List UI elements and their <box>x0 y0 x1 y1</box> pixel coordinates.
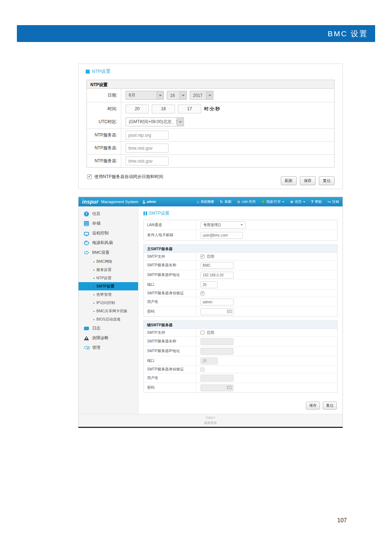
smtp-auth-checkbox[interactable] <box>200 368 204 372</box>
sender-email-label: 发件人电子邮箱 <box>144 230 196 240</box>
chevron-down-icon <box>206 91 213 99</box>
logout-icon: ↪ <box>327 200 331 204</box>
smtp-server-ip-input[interactable] <box>200 348 233 355</box>
sidebar-subitem-alert-management[interactable]: • 告警管理 <box>79 290 138 299</box>
ntp-server-row: NTP服务器: <box>87 129 334 141</box>
smtp-support-label: SMTP支持 <box>144 329 196 336</box>
sidebar-subitem-bmc-shared-nic-switch[interactable]: • BMC共享网卡切换 <box>79 307 138 315</box>
chevron-down-icon <box>177 118 184 126</box>
ntp-panel-title-text: NTP设置 <box>92 68 110 75</box>
ntp-time-row: 时间: 时:分:秒 <box>87 102 334 115</box>
app-footer: ©2017 版权所有 <box>79 414 343 427</box>
sidebar-item-management[interactable]: 管理 <box>79 343 138 352</box>
time-format-hint: 时:分:秒 <box>204 106 220 112</box>
sidebar-subitem-bios-boot-options[interactable]: • BIOS启动选项 <box>79 315 138 323</box>
virtual-keyboard-icon[interactable] <box>227 310 232 313</box>
smtp-server-name-input[interactable] <box>200 262 233 269</box>
ntp-server3-input[interactable] <box>126 157 169 165</box>
nav-power-status[interactable]: ✓ 电源:打开 <box>261 200 284 204</box>
smtp-enable-checkbox[interactable] <box>200 331 204 335</box>
save-button[interactable]: 保存 <box>300 176 316 185</box>
day-select[interactable]: 16 <box>167 91 187 100</box>
bullet-icon: • <box>93 309 95 313</box>
reset-button[interactable]: 复位 <box>319 176 335 185</box>
uid-status-icon <box>237 200 240 204</box>
sidebar-subitem-ip-access-control[interactable]: • IP访问控制 <box>79 299 138 307</box>
hour-input[interactable] <box>126 104 149 113</box>
refresh-icon: ↻ <box>220 200 223 204</box>
ntp-table-header: NTP设置 <box>87 80 334 89</box>
sidebar-item-fault-diagnosis[interactable]: 故障诊断 <box>79 333 138 343</box>
nav-refresh[interactable]: ↻ 刷新 <box>220 200 231 204</box>
product-name: Management System <box>101 200 138 204</box>
minute-input[interactable] <box>152 104 175 113</box>
sidebar-item-remote-control[interactable]: 远程控制 <box>79 228 138 238</box>
smtp-port-input[interactable] <box>200 358 218 364</box>
chevron-down-icon <box>241 224 243 227</box>
nav-language[interactable]: ⊕ 语言 <box>290 200 305 204</box>
smtp-username-input[interactable] <box>200 375 233 382</box>
reset-button[interactable]: 复位 <box>323 402 337 410</box>
warning-triangle-icon <box>84 336 89 340</box>
lan-channel-select[interactable]: 专用管理口 <box>200 221 246 229</box>
language-globe-icon: ⊕ <box>290 200 293 204</box>
page-number: 107 <box>337 517 347 524</box>
smtp-server-ip-label: SMTP服务器IP地址 <box>144 270 196 280</box>
smtp-auth-checkbox[interactable] <box>200 291 204 295</box>
ntp-server2-label: NTP服务器: <box>87 142 121 154</box>
smtp-server-ip-label: SMTP服务器IP地址 <box>144 346 196 356</box>
chevron-down-icon <box>282 201 284 204</box>
gears-icon <box>84 346 89 349</box>
smtp-username-input[interactable] <box>200 299 233 305</box>
ntp-utc-row: UTC时区: (GMT时间+08:00)北京、重庆 <box>87 115 334 129</box>
auto-sync-label: 使用NTP服务器自动同步日期和时间 <box>94 174 163 180</box>
month-select[interactable]: 6月 <box>126 91 164 100</box>
smtp-server-name-label: SMTP服务器名称 <box>144 261 196 270</box>
smtp-enable-checkbox[interactable] <box>200 255 204 258</box>
nav-logout[interactable]: ↪ 注销 <box>327 200 339 204</box>
bullet-icon: • <box>93 260 95 264</box>
date-label: 日期: <box>87 89 121 102</box>
sidebar-item-bmc-settings[interactable]: BMC设置 <box>79 248 138 257</box>
power-status-icon: ✓ <box>261 200 265 204</box>
bmc-webui-screenshot: inspur Management System admin ⌂ 系统概要 ↻ … <box>78 197 343 428</box>
sidebar-subitem-ntp-settings[interactable]: • NTP设置 <box>79 274 138 282</box>
primary-smtp-section-header: 主SMTP服务器 <box>144 245 337 253</box>
virtual-keyboard-icon[interactable] <box>227 386 232 389</box>
ntp-server1-input[interactable] <box>126 131 169 140</box>
smtp-server-ip-input[interactable] <box>200 272 233 279</box>
utc-zone-select[interactable]: (GMT时间+08:00)北京、重庆 <box>126 117 184 126</box>
bullet-icon: • <box>93 293 95 297</box>
smtp-support-label: SMTP支持 <box>144 253 196 260</box>
nav-system-overview[interactable]: ⌂ 系统概要 <box>197 200 214 204</box>
sidebar-item-info[interactable]: 信息 <box>79 209 138 219</box>
info-icon <box>84 211 89 216</box>
ntp-settings-panel: NTP设置 NTP设置 日期: 6月 16 2017 时间 <box>78 64 343 189</box>
sidebar-subitem-service-settings[interactable]: • 服务设置 <box>79 266 138 274</box>
ntp-date-row: 日期: 6月 16 2017 <box>87 89 334 102</box>
bullet-icon: • <box>93 268 95 272</box>
sidebar-subitem-bmc-network[interactable]: • BMC网络 <box>79 257 138 266</box>
smtp-server-name-input[interactable] <box>200 338 233 345</box>
ntp-form-table: NTP设置 日期: 6月 16 2017 时间: <box>86 80 335 168</box>
sidebar-subitem-smtp-settings[interactable]: • SMTP设置 <box>79 282 138 290</box>
smtp-auth-label: SMTP服务器身份验证 <box>144 290 196 297</box>
sidebar-item-logs[interactable]: 日志 <box>79 323 138 333</box>
bullet-icon: • <box>93 284 95 289</box>
sender-email-input[interactable] <box>200 232 243 239</box>
smtp-port-input[interactable] <box>200 281 218 288</box>
smtp-server-name-label: SMTP服务器名称 <box>144 337 196 346</box>
second-input[interactable] <box>178 104 201 113</box>
sidebar-item-storage[interactable]: 存储 <box>79 219 138 228</box>
nav-uid-status[interactable]: UID:关闭 <box>237 200 255 204</box>
sidebar-item-power-fan[interactable]: 电源和风扇 <box>79 238 138 248</box>
current-user[interactable]: admin <box>143 200 156 204</box>
sidebar: 信息 存储 远程控制 电源和风扇 BMC设置 • BMC网络 <box>79 206 138 414</box>
gear-icon <box>84 251 89 255</box>
save-button[interactable]: 保存 <box>306 402 320 410</box>
ntp-server2-input[interactable] <box>126 144 169 153</box>
year-select[interactable]: 2017 <box>190 91 213 100</box>
auto-sync-checkbox[interactable] <box>87 174 92 179</box>
nav-help[interactable]: ? 帮助 <box>311 200 322 204</box>
refresh-button[interactable]: 刷新 <box>281 176 297 185</box>
